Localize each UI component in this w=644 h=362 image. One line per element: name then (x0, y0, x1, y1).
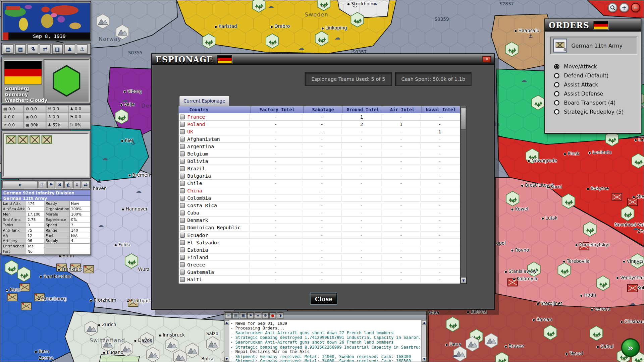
espionage-row[interactable]: Denmark----- (179, 217, 461, 224)
row-grip-button[interactable] (180, 166, 185, 171)
tab-current-espionage[interactable]: Current Espionage (179, 96, 230, 106)
scroll-down-icon[interactable]: ▼ (224, 357, 229, 362)
magnifier-button[interactable] (608, 3, 617, 12)
row-grip-button[interactable] (180, 188, 185, 193)
column-header[interactable]: Sabotage (304, 106, 343, 113)
transfer-button[interactable]: ⇄ (82, 181, 90, 188)
row-grip-button[interactable] (180, 210, 185, 216)
row-grip-button[interactable] (180, 195, 185, 200)
row-grip-button[interactable] (180, 114, 185, 119)
column-header[interactable]: Naval Intel (422, 106, 461, 113)
close-icon[interactable]: ✕ (483, 56, 491, 62)
ledger-button[interactable]: ▤ (3, 44, 14, 54)
espionage-row[interactable]: Dominican Republic----- (179, 224, 461, 232)
row-grip-button[interactable] (180, 129, 185, 134)
orders-titlebar[interactable]: ORDERS (545, 19, 641, 32)
grid-toggle[interactable]: ▦ (240, 312, 247, 319)
research-button[interactable]: ⚗ (28, 44, 38, 54)
settings-toggle[interactable]: ⚙ (262, 312, 269, 319)
order-option-move-attack[interactable]: Move/Attack (554, 62, 637, 71)
espionage-row[interactable]: Afghanistan----- (179, 135, 461, 143)
column-header[interactable]: Factory Intel (251, 106, 304, 113)
espionage-row[interactable]: El Salvador----- (179, 239, 461, 246)
reports-button[interactable]: ▥ (52, 44, 63, 54)
trade-button[interactable]: ⇄ (40, 44, 51, 54)
espionage-row[interactable]: Brazil----- (179, 165, 461, 172)
column-header[interactable]: Ground Intel (343, 106, 383, 113)
espionage-row[interactable]: Bulgaria----- (179, 172, 461, 180)
espionage-row[interactable]: Poland--21- (179, 121, 461, 128)
radio-unselected-icon[interactable] (554, 73, 559, 78)
row-grip-button[interactable] (180, 203, 185, 208)
espionage-row[interactable]: Chile----- (179, 180, 461, 187)
row-grip-button[interactable] (180, 277, 185, 282)
close-button[interactable]: Close (311, 293, 337, 304)
scroll-down-button[interactable]: ▼ (461, 277, 467, 284)
radio-unselected-icon[interactable] (554, 91, 559, 96)
politics-button[interactable]: ♟ (64, 44, 75, 54)
contrast-toggle[interactable]: ◑ (277, 312, 283, 319)
zoom-out-button[interactable]: − (631, 3, 640, 12)
espionage-row[interactable]: Greece----- (179, 261, 461, 268)
espionage-row[interactable]: Costa Rica----- (179, 202, 461, 209)
espionage-row[interactable]: UK----1 (179, 128, 461, 135)
dialog-titlebar[interactable]: ESPIONAGE ✕ (152, 54, 494, 65)
row-grip-button[interactable] (180, 262, 185, 267)
row-grip-button[interactable] (180, 269, 185, 275)
espionage-row[interactable]: Estonia----- (179, 246, 461, 254)
unit-counter[interactable] (30, 135, 40, 143)
espionage-row[interactable]: Ecuador----- (179, 232, 461, 239)
row-grip-button[interactable] (180, 218, 185, 223)
move-down-button[interactable]: ⇩ (73, 181, 81, 188)
radio-selected-icon[interactable] (554, 64, 559, 69)
row-grip-button[interactable] (180, 233, 185, 238)
deploy-button[interactable]: ➤ (2, 181, 38, 188)
log-right-scrollbar[interactable]: ▲ ▼ (421, 320, 426, 362)
log-left-scrollbar[interactable]: ▲ ▼ (224, 320, 229, 362)
move-up-button[interactable]: ⇧ (39, 181, 46, 188)
row-grip-button[interactable] (180, 181, 185, 186)
naval-button[interactable]: ⚓ (77, 44, 88, 54)
scrollbar-thumb[interactable] (461, 107, 466, 129)
order-option-defend-default[interactable]: Defend (Default) (554, 71, 637, 80)
column-header[interactable]: Country (179, 106, 251, 113)
row-grip-button[interactable] (180, 225, 185, 230)
list-toggle[interactable]: ≡ (255, 312, 261, 319)
row-grip-button[interactable] (180, 247, 185, 252)
selected-unit[interactable]: 4 German 11th Army (550, 37, 638, 55)
espionage-row[interactable]: Belgium----- (179, 150, 461, 158)
next-turn-button[interactable]: » (621, 338, 640, 357)
espionage-row[interactable]: Haiti----- (179, 276, 461, 283)
record-toggle[interactable]: ● (269, 312, 276, 319)
order-option-assist-attack[interactable]: Assist Attack (554, 80, 637, 89)
espionage-row[interactable]: China----- (179, 187, 461, 194)
row-grip-button[interactable] (180, 144, 185, 149)
flag-button[interactable]: ⚑ (47, 181, 55, 188)
chart-toggle[interactable]: ▤ (232, 312, 239, 319)
order-option-board-transport-4[interactable]: Board Transport (4) (554, 98, 637, 107)
row-grip-button[interactable] (180, 151, 185, 156)
production-button[interactable]: ▦ (15, 44, 26, 54)
scroll-up-icon[interactable]: ▲ (224, 320, 229, 325)
split-button[interactable]: ◐ (64, 181, 72, 188)
unit-counter[interactable] (6, 135, 16, 143)
world-minimap[interactable]: Sep 8, 1939 (2, 2, 90, 40)
row-grip-button[interactable] (180, 136, 185, 141)
unit-counter[interactable] (42, 135, 52, 143)
espionage-row[interactable]: Cuba----- (179, 209, 461, 217)
order-option-strategic-redeploy-5[interactable]: Strategic Redeploy (5) (554, 107, 637, 116)
row-grip-button[interactable] (180, 122, 185, 127)
radio-unselected-icon[interactable] (554, 100, 559, 105)
row-grip-button[interactable] (180, 173, 185, 178)
radio-unselected-icon[interactable] (554, 82, 559, 87)
espionage-row[interactable]: Guatemala----- (179, 268, 461, 276)
column-header[interactable]: Air Intel (383, 106, 422, 113)
scroll-up-icon[interactable]: ▲ (422, 320, 427, 325)
espionage-row[interactable]: France--1-- (179, 113, 461, 121)
table-scrollbar[interactable]: ▼ (460, 106, 467, 284)
row-grip-button[interactable] (180, 255, 185, 260)
espionage-row[interactable]: Finland----- (179, 254, 461, 261)
zoom-in-button[interactable]: + (620, 3, 629, 12)
flag-toggle[interactable]: ⚑ (247, 312, 254, 319)
row-grip-button[interactable] (180, 240, 185, 245)
